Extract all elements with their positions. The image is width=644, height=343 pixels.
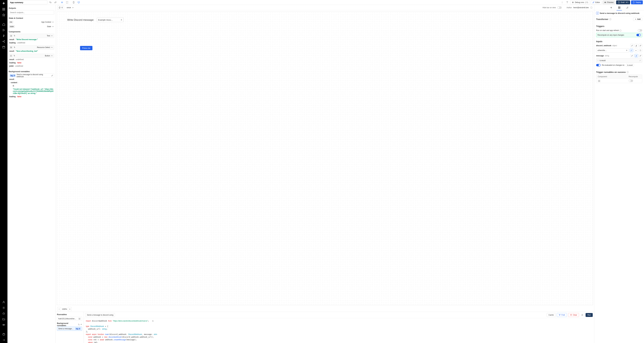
tab-styles[interactable] (626, 6, 629, 10)
edit-icon[interactable] (51, 75, 53, 76)
col-recompute: Recompute (629, 76, 640, 78)
bot-icon[interactable] (2, 312, 5, 315)
canvas-button-c[interactable]: Press me (80, 46, 92, 50)
fullscreen-icon[interactable] (65, 0, 69, 4)
preview-button[interactable]: Preview (602, 0, 615, 4)
mobile-icon[interactable] (72, 0, 76, 4)
tab-components[interactable] (618, 6, 621, 10)
undo-icon[interactable] (48, 0, 52, 4)
info-icon[interactable]: i (626, 71, 629, 73)
info-icon[interactable]: i (590, 6, 592, 9)
component-id-badge: a (10, 34, 12, 37)
topbar: Debug runs (23) Editor Preview Draft ⌘S … (8, 0, 644, 5)
code-editor[interactable]: import discordwebhook from "https://deno… (84, 318, 594, 343)
loading-icon (78, 324, 80, 325)
bg-runnable-title: Send a message to discord using webhook (16, 74, 50, 78)
edit-icon[interactable] (630, 48, 633, 52)
add-transformer-button[interactable]: Add (633, 18, 642, 21)
plus-icon[interactable]: + (634, 48, 638, 52)
reeval-toggle[interactable] (596, 64, 600, 66)
calendar-icon[interactable] (2, 46, 5, 48)
more-icon[interactable] (560, 0, 564, 4)
refresh-icon[interactable] (639, 48, 642, 52)
edit-icon[interactable] (630, 44, 634, 48)
close-icon[interactable]: ✕ (120, 19, 122, 21)
chevron-up-icon[interactable] (51, 46, 53, 48)
canvas[interactable]: Write Discord message: Example resou… ✕ … (57, 12, 593, 305)
editor-button[interactable]: Editor (591, 0, 602, 4)
runnable-item-bg0[interactable]: Send a message… bg_0 (57, 326, 82, 331)
cache-button[interactable]: Cache (547, 313, 556, 317)
redo-icon[interactable] (53, 0, 58, 4)
search-outputs-input[interactable] (9, 10, 54, 14)
edit-icon[interactable] (630, 54, 634, 58)
info-icon[interactable]: i (609, 18, 611, 20)
home-icon[interactable] (2, 23, 5, 26)
preview-label: Preview (607, 1, 614, 4)
align-icon[interactable] (60, 0, 64, 4)
state-label: State (47, 26, 51, 28)
function-icon[interactable]: ƒ (634, 44, 638, 48)
arrow-right-icon[interactable] (2, 338, 5, 342)
app-summary-input[interactable] (9, 0, 48, 4)
help-icon[interactable] (2, 333, 5, 336)
hide-bar-toggle[interactable] (557, 6, 562, 9)
state-row[interactable]: state State (9, 24, 54, 28)
component-row-b[interactable]: b Resource Select (9, 45, 54, 50)
canvas-text-a[interactable]: Write Discord message: (67, 18, 94, 22)
desktop-icon[interactable] (76, 0, 81, 4)
trigger-recompute-toggle[interactable] (636, 34, 641, 36)
interval-select[interactable]: once (66, 6, 75, 10)
share-icon[interactable] (2, 40, 5, 43)
clear-label: Clear (573, 314, 577, 316)
clear-button[interactable]: Clear (568, 313, 579, 317)
plus-icon[interactable] (80, 324, 82, 325)
prop-key: result (9, 38, 14, 40)
input-type: object (612, 44, 617, 47)
ctx-row[interactable]: ctx App Context (9, 20, 54, 24)
tab-add[interactable] (610, 6, 613, 10)
canvas-resource-select[interactable]: Example resou… ✕ (97, 18, 124, 22)
state-context-heading: State & Context (9, 17, 54, 19)
zero-key: 0 (13, 85, 14, 87)
star-icon[interactable] (2, 14, 5, 16)
grid-icon[interactable] (2, 8, 5, 11)
chevron-up-icon[interactable] (51, 54, 53, 57)
refresh-code-button[interactable] (580, 313, 584, 317)
input-code-value[interactable]: 1 b.result ⤢ (596, 58, 642, 62)
user-icon[interactable] (2, 301, 5, 304)
zoom-out-button[interactable]: − (57, 307, 61, 311)
play-icon[interactable] (2, 28, 5, 32)
info-icon[interactable]: i (620, 30, 622, 32)
folder-icon[interactable] (2, 318, 5, 321)
deploy-button[interactable]: Deploy (631, 0, 643, 4)
chevron-up-icon[interactable] (51, 34, 53, 37)
trigger-recompute-label: Recompute on any input changes (598, 34, 624, 36)
function-icon[interactable]: ƒ (634, 54, 638, 58)
trigger-start-label: Run on start and app refresh (596, 29, 619, 32)
trigger-start-toggle[interactable] (638, 29, 642, 32)
eye-icon[interactable] (2, 323, 5, 326)
link-icon[interactable] (639, 54, 642, 58)
runnable-title: Send a message to discord using (85, 313, 115, 317)
runnable-item-hub[interactable]: hub/1511/discord/se… c (57, 317, 82, 321)
fork-button[interactable]: Fork (557, 313, 567, 317)
component-row-a[interactable]: a Text (9, 34, 54, 38)
draft-button[interactable]: Draft ⌘S (616, 0, 630, 4)
success-row-toggle[interactable] (629, 80, 633, 82)
run-button[interactable]: Run (586, 313, 593, 317)
refresh-button[interactable]: 0 (57, 6, 64, 10)
dollar-icon[interactable] (2, 34, 5, 37)
close-icon[interactable]: ✕ (626, 49, 628, 52)
book-icon[interactable] (565, 0, 569, 4)
component-row-c[interactable]: c Button (9, 54, 54, 58)
link-icon[interactable] (639, 44, 642, 48)
copy-icon[interactable]: ⧉ (152, 320, 154, 322)
expand-icon[interactable]: ⤢ (640, 59, 641, 62)
error-content: "Could not interpret '{'webhook_url': 'h… (9, 88, 54, 95)
svg-point-17 (562, 2, 562, 2)
gear-icon[interactable] (2, 306, 5, 309)
zoom-in-button[interactable]: + (68, 307, 72, 311)
debug-runs-button[interactable]: Debug runs (23) (570, 0, 590, 4)
bg-runnable-row[interactable]: bg_0 Send a message to discord using web… (9, 74, 54, 78)
